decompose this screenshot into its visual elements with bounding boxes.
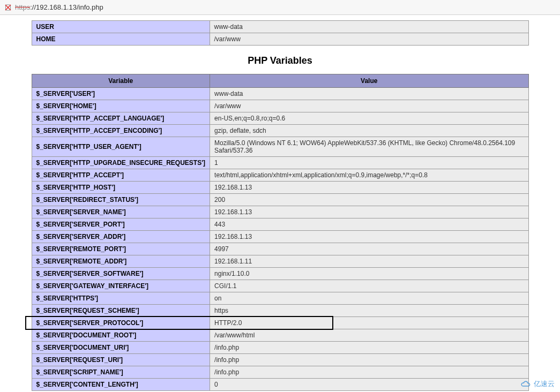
php-var-value: /var/www xyxy=(210,100,528,112)
php-var-name: $_SERVER['HTTP_ACCEPT'] xyxy=(32,169,210,182)
url-display[interactable]: https://192.168.1.13/info.php xyxy=(15,3,103,11)
environment-table: USERwww-dataHOME/var/www xyxy=(32,20,529,46)
php-var-name: $_SERVER['HTTP_ACCEPT_LANGUAGE'] xyxy=(32,112,210,125)
php-var-name: $_SERVER['USER'] xyxy=(32,88,210,100)
env-var-name: USER xyxy=(32,21,210,33)
address-bar[interactable]: https://192.168.1.13/info.php xyxy=(0,0,560,15)
php-var-name: $_SERVER['CONTENT_LENGTH'] xyxy=(32,379,210,391)
php-var-name: $_SERVER['HTTP_ACCEPT_ENCODING'] xyxy=(32,125,210,137)
table-row: HOME/var/www xyxy=(32,33,528,46)
url-path: ://192.168.1.13/info.php xyxy=(30,3,103,11)
php-var-value: en-US,en;q=0.8,ro;q=0.6 xyxy=(210,112,528,125)
php-var-value: 192.168.1.11 xyxy=(210,255,528,268)
php-var-name: $_SERVER['DOCUMENT_ROOT'] xyxy=(32,329,210,342)
table-row: $_SERVER['SERVER_PORT']443 xyxy=(32,218,528,231)
php-var-name: $_SERVER['SERVER_ADDR'] xyxy=(32,231,210,243)
php-var-name: $_SERVER['HTTP_USER_AGENT'] xyxy=(32,137,210,157)
php-var-value: CGI/1.1 xyxy=(210,280,528,292)
php-var-value: HTTP/2.0 xyxy=(210,317,528,329)
table-row: $_SERVER['SERVER_PROTOCOL']HTTP/2.0 xyxy=(32,317,528,329)
php-var-value: 1 xyxy=(210,157,528,169)
php-var-name: $_SERVER['HOME'] xyxy=(32,100,210,112)
table-row: $_SERVER['HTTP_ACCEPT']text/html,applica… xyxy=(32,169,528,182)
table-row: $_SERVER['REDIRECT_STATUS']200 xyxy=(32,194,528,206)
php-var-name: $_SERVER['HTTPS'] xyxy=(32,292,210,305)
table-row: $_SERVER['SERVER_ADDR']192.168.1.13 xyxy=(32,231,528,243)
table-row: $_SERVER['HTTPS']on xyxy=(32,292,528,305)
table-row: $_SERVER['HTTP_UPGRADE_INSECURE_REQUESTS… xyxy=(32,157,528,169)
watermark: 亿速云 xyxy=(520,379,555,389)
php-var-name: $_SERVER['SERVER_PROTOCOL'] xyxy=(32,317,210,329)
php-var-value: Mozilla/5.0 (Windows NT 6.1; WOW64) Appl… xyxy=(210,137,528,157)
col-header-variable: Variable xyxy=(32,74,210,88)
php-var-value: 0 xyxy=(210,379,528,391)
watermark-cloud-icon xyxy=(520,380,532,388)
php-var-name: $_SERVER['GATEWAY_INTERFACE'] xyxy=(32,280,210,292)
php-var-value: 192.168.1.13 xyxy=(210,231,528,243)
php-var-value: 192.168.1.13 xyxy=(210,182,528,194)
php-var-value: /info.php xyxy=(210,354,528,366)
table-row: $_SERVER['HTTP_USER_AGENT']Mozilla/5.0 (… xyxy=(32,137,528,157)
php-var-value: text/html,application/xhtml+xml,applicat… xyxy=(210,169,528,182)
watermark-text: 亿速云 xyxy=(534,379,555,389)
vars-table-wrapper: Variable Value $_SERVER['USER']www-data$… xyxy=(32,74,529,391)
php-var-name: $_SERVER['DOCUMENT_URI'] xyxy=(32,342,210,354)
table-row: $_SERVER['HTTP_ACCEPT_ENCODING']gzip, de… xyxy=(32,125,528,137)
php-var-name: $_SERVER['SERVER_PORT'] xyxy=(32,218,210,231)
php-variables-table: Variable Value $_SERVER['USER']www-data$… xyxy=(32,74,529,391)
php-var-name: $_SERVER['HTTP_HOST'] xyxy=(32,182,210,194)
php-var-value: www-data xyxy=(210,88,528,100)
url-scheme: https xyxy=(15,3,30,11)
table-row: $_SERVER['DOCUMENT_ROOT']/var/www/html xyxy=(32,329,528,342)
table-row: $_SERVER['REMOTE_PORT']4997 xyxy=(32,243,528,255)
env-var-value: www-data xyxy=(210,21,528,33)
table-row: $_SERVER['GATEWAY_INTERFACE']CGI/1.1 xyxy=(32,280,528,292)
php-var-value: 192.168.1.13 xyxy=(210,206,528,218)
php-var-name: $_SERVER['REQUEST_SCHEME'] xyxy=(32,305,210,317)
insecure-https-icon xyxy=(4,4,12,11)
php-var-value: 443 xyxy=(210,218,528,231)
php-var-value: https xyxy=(210,305,528,317)
php-var-name: $_SERVER['REDIRECT_STATUS'] xyxy=(32,194,210,206)
php-var-value: 200 xyxy=(210,194,528,206)
table-row: $_SERVER['REMOTE_ADDR']192.168.1.11 xyxy=(32,255,528,268)
table-row: $_SERVER['SERVER_SOFTWARE']nginx/1.10.0 xyxy=(32,268,528,280)
php-var-value: /var/www/html xyxy=(210,329,528,342)
table-row: $_SERVER['SERVER_NAME']192.168.1.13 xyxy=(32,206,528,218)
php-var-value: on xyxy=(210,292,528,305)
table-row: $_SERVER['HTTP_HOST']192.168.1.13 xyxy=(32,182,528,194)
section-title: PHP Variables xyxy=(32,55,529,66)
php-var-name: $_SERVER['SCRIPT_NAME'] xyxy=(32,366,210,379)
table-row: $_SERVER['DOCUMENT_URI']/info.php xyxy=(32,342,528,354)
php-var-name: $_SERVER['SERVER_SOFTWARE'] xyxy=(32,268,210,280)
table-row: $_SERVER['USER']www-data xyxy=(32,88,528,100)
php-var-name: $_SERVER['REQUEST_URI'] xyxy=(32,354,210,366)
table-row: $_SERVER['HTTP_ACCEPT_LANGUAGE']en-US,en… xyxy=(32,112,528,125)
col-header-value: Value xyxy=(210,74,528,88)
table-row: $_SERVER['REQUEST_SCHEME']https xyxy=(32,305,528,317)
php-var-value: /info.php xyxy=(210,342,528,354)
php-var-name: $_SERVER['SERVER_NAME'] xyxy=(32,206,210,218)
php-var-value: 4997 xyxy=(210,243,528,255)
table-row: $_SERVER['CONTENT_LENGTH']0 xyxy=(32,379,528,391)
table-row: $_SERVER['REQUEST_URI']/info.php xyxy=(32,354,528,366)
php-var-name: $_SERVER['REMOTE_ADDR'] xyxy=(32,255,210,268)
env-var-value: /var/www xyxy=(210,33,528,46)
env-var-name: HOME xyxy=(32,33,210,46)
table-row: USERwww-data xyxy=(32,21,528,33)
php-var-value: nginx/1.10.0 xyxy=(210,268,528,280)
php-var-value: /info.php xyxy=(210,366,528,379)
php-var-name: $_SERVER['REMOTE_PORT'] xyxy=(32,243,210,255)
php-var-name: $_SERVER['HTTP_UPGRADE_INSECURE_REQUESTS… xyxy=(32,157,210,169)
php-var-value: gzip, deflate, sdch xyxy=(210,125,528,137)
table-row: $_SERVER['SCRIPT_NAME']/info.php xyxy=(32,366,528,379)
table-row: $_SERVER['HOME']/var/www xyxy=(32,100,528,112)
